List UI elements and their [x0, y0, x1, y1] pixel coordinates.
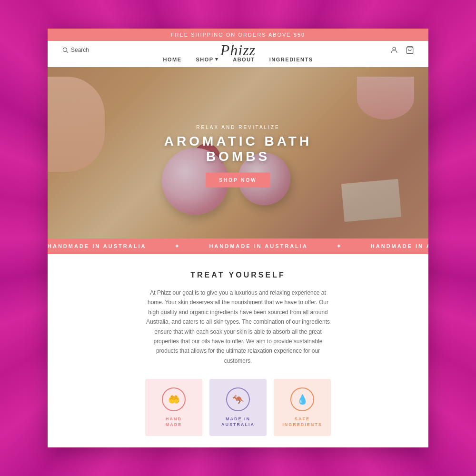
shop-now-button[interactable]: SHOP NOW — [206, 173, 270, 188]
search-icon — [62, 47, 69, 53]
nav-ingredients[interactable]: INGREDIENTS — [269, 56, 313, 62]
svg-line-1 — [67, 51, 68, 53]
treat-title: TREAT YOURSELF — [190, 271, 285, 279]
hero-section: RELAX AND REVITALIZE AROMATIC BATH BOMBS… — [48, 67, 428, 238]
svg-point-0 — [63, 48, 67, 51]
hero-content: RELAX AND REVITALIZE AROMATIC BATH BOMBS… — [143, 125, 333, 188]
feature-card-ingredients: 💧 SAFEINGREDIENTS — [274, 379, 331, 436]
nav-home[interactable]: HOME — [163, 56, 182, 62]
search-label: Search — [71, 47, 89, 53]
australia-icon: 🦘 — [226, 387, 250, 411]
header-icons — [390, 46, 414, 54]
cart-icon[interactable] — [406, 46, 414, 54]
hero-title: AROMATIC BATH BOMBS — [143, 134, 333, 164]
svg-point-2 — [393, 47, 396, 50]
main-content: TREAT YOURSELF At Phizz our goal is to g… — [48, 254, 428, 447]
australia-label: MADE INAUSTRALIA — [221, 416, 255, 428]
handmade-label: HANDMADE — [166, 416, 182, 428]
hero-subtitle: RELAX AND REVITALIZE — [143, 125, 333, 130]
ingredients-label: SAFEINGREDIENTS — [282, 416, 322, 428]
ticker-item-1: HANDMADE IN AUSTRALIA — [48, 243, 146, 249]
account-icon[interactable] — [390, 46, 398, 54]
ticker-item-2: HANDMADE IN AUSTRALIA — [209, 243, 307, 249]
chevron-down-icon: ▾ — [215, 56, 219, 62]
feature-card-handmade: 🤲 HANDMADE — [145, 379, 202, 436]
ticker-dot-1: ✦ — [175, 243, 180, 249]
site-logo[interactable]: Phizz — [220, 41, 256, 59]
ingredients-icon: 💧 — [290, 387, 314, 411]
ticker-dot-2: ✦ — [337, 243, 342, 249]
announcement-text: FREE SHIPPING ON ORDERS ABOVE $50 — [171, 32, 305, 38]
announcement-bar: FREE SHIPPING ON ORDERS ABOVE $50 — [48, 29, 428, 41]
ticker-inner: HANDMADE IN AUSTRALIA ✦ HANDMADE IN AUST… — [48, 243, 428, 249]
website-container: FREE SHIPPING ON ORDERS ABOVE $50 Search… — [48, 29, 428, 447]
ticker-bar: HANDMADE IN AUSTRALIA ✦ HANDMADE IN AUST… — [48, 238, 428, 254]
header-top-row: Search Phizz — [62, 46, 414, 54]
treat-description: At Phizz our goal is to give you a luxur… — [143, 288, 333, 366]
feature-cards: 🤲 HANDMADE 🦘 MADE INAUSTRALIA 💧 SAFEINGR… — [145, 379, 331, 436]
feature-card-australia: 🦘 MADE INAUSTRALIA — [209, 379, 267, 436]
search-area[interactable]: Search — [62, 47, 89, 53]
nav-shop[interactable]: SHOP ▾ — [196, 56, 219, 62]
handmade-icon: 🤲 — [162, 387, 186, 411]
ticker-item-3: HANDMADE IN AUSTRALIA — [371, 243, 428, 249]
site-header: Search Phizz HOME SHOP — [48, 41, 428, 67]
